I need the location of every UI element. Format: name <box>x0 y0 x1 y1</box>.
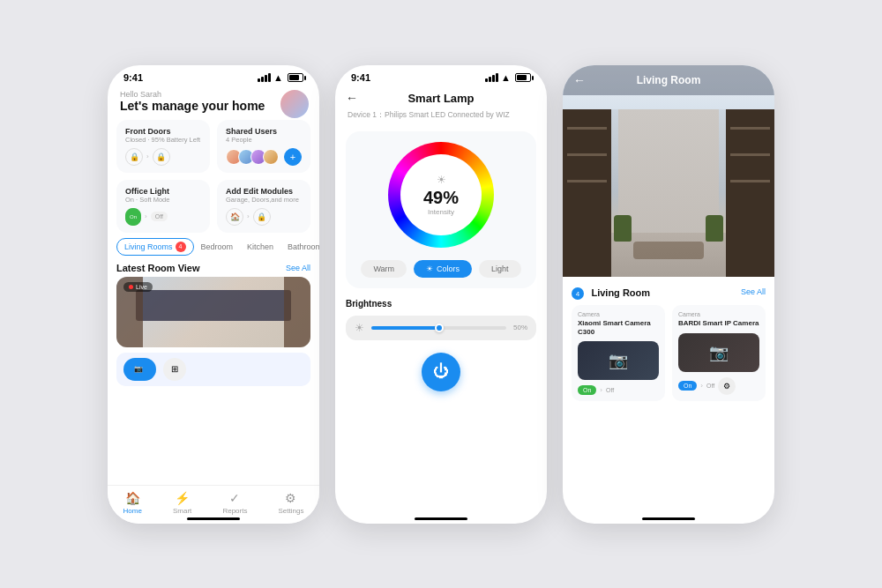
room-tabs: Living Rooms 4 Bedroom Kitchen Bathroom <box>108 233 319 259</box>
coffee-table <box>633 242 704 259</box>
power-button-wrap: ⏻ <box>335 346 547 395</box>
latest-room-title: Latest Room View <box>116 263 200 273</box>
nav-reports-label: Reports <box>222 507 247 515</box>
camera-button[interactable]: 📷 <box>123 358 156 381</box>
cam2-on-button[interactable]: On <box>678 381 697 391</box>
status-bar-2: 9:41 ▲ <box>335 65 547 86</box>
cam2-icon: 📷 <box>709 343 729 362</box>
light-controls: On › Off <box>125 208 201 226</box>
color-ring[interactable]: ☀ 49% Intensity <box>388 142 494 248</box>
right-shelf <box>726 109 774 277</box>
room-view-section: ← Living Room <box>563 65 774 277</box>
camera-card-1[interactable]: Camera Xiaomi Smart Camera C300 📷 On › O… <box>572 305 665 401</box>
color-wheel[interactable]: ☀ 49% Intensity <box>388 142 494 248</box>
living-rooms-badge: 4 <box>176 242 186 252</box>
nav-smart-label: Smart <box>173 507 191 515</box>
garage-icon[interactable]: 🏠 <box>226 208 243 226</box>
chevron-icon: › <box>146 153 149 160</box>
card-row-2: Office Light On · Soft Mode On › Off Add… <box>116 180 310 233</box>
nav-settings[interactable]: ⚙ Settings <box>279 491 304 515</box>
power-button[interactable]: ⏻ <box>422 353 460 391</box>
lock-icon[interactable]: 🔒 <box>125 148 143 166</box>
tab-kitchen[interactable]: Kitchen <box>240 240 280 254</box>
cam1-off-button[interactable]: Off <box>606 387 614 393</box>
p3-section-header: 4 Living Room See All <box>572 284 766 301</box>
camera-card-2[interactable]: Camera BARDI Smart IP Camera 📷 On › Off … <box>672 305 766 401</box>
chevron-icon-3: › <box>247 212 250 220</box>
cam2-label: Camera <box>678 311 759 317</box>
phone-smart-lamp: 9:41 ▲ ← Smart Lamp Device 1：Philips Sma… <box>335 65 547 524</box>
smart-icon: ⚡ <box>175 491 190 505</box>
add-user-button[interactable]: + <box>284 148 302 166</box>
card-sub-doors: Closed · 95% Battery Left <box>125 136 201 144</box>
brightness-percentage: 50% <box>513 324 527 331</box>
off-button[interactable]: Off <box>151 212 168 221</box>
room-preview-image[interactable]: Live <box>116 277 310 347</box>
slider-fill <box>371 326 438 330</box>
user-avatar[interactable] <box>280 90 309 118</box>
shared-avatars <box>226 149 279 165</box>
left-shelf <box>563 109 611 277</box>
nav-settings-label: Settings <box>279 507 304 515</box>
phone-living-room: ← Living Room 4 Living Room See All Came… <box>563 65 774 524</box>
slider-thumb[interactable] <box>435 324 444 332</box>
front-doors-card[interactable]: Front Doors Closed · 95% Battery Left 🔒 … <box>116 120 210 173</box>
living-room-info: 4 Living Room See All Camera Xiaomi Smar… <box>563 277 774 409</box>
card-sub-users: 4 People <box>226 136 302 144</box>
office-light-card[interactable]: Office Light On · Soft Mode On › Off <box>116 180 210 233</box>
camera-icon: 📷 <box>134 365 143 373</box>
cam1-thumbnail: 📷 <box>578 341 659 380</box>
shared-users-card[interactable]: Shared Users 4 People + <box>217 120 310 173</box>
status-icons-2: ▲ <box>485 72 531 83</box>
colors-icon: ☀ <box>426 264 433 273</box>
nav-reports[interactable]: ✓ Reports <box>222 491 247 515</box>
cam2-off-button[interactable]: Off <box>706 383 714 389</box>
colors-label: Colors <box>437 264 460 273</box>
section-badge: 4 <box>572 287 584 300</box>
cam2-settings-icon[interactable]: ⚙ <box>718 377 736 395</box>
nav-home-label: Home <box>123 507 142 515</box>
nav-home[interactable]: 🏠 Home <box>123 491 142 515</box>
lock2-icon[interactable]: 🔒 <box>153 148 170 166</box>
device-cards: Front Doors Closed · 95% Battery Left 🔒 … <box>108 120 319 233</box>
p3-back-button[interactable]: ← <box>573 73 586 87</box>
tab-bathroom[interactable]: Bathroom <box>280 240 319 254</box>
grid-icon-button[interactable]: ⊞ <box>163 358 186 381</box>
tab-warm[interactable]: Warm <box>361 260 407 278</box>
card-title-modules: Add Edit Modules <box>226 187 302 196</box>
signal-icon <box>258 73 271 82</box>
see-all-button[interactable]: See All <box>286 264 310 272</box>
home-title: Let's manage your home <box>120 99 307 113</box>
cam2-name: BARDI Smart IP Camera <box>678 319 759 328</box>
back-button[interactable]: ← <box>346 91 358 105</box>
cam2-thumbnail: 📷 <box>678 333 759 372</box>
chevron-icon-2: › <box>145 212 147 220</box>
brightness-section: Brightness ☀ 50% <box>335 294 547 346</box>
nav-smart[interactable]: ⚡ Smart <box>173 491 191 515</box>
add-edit-modules-card[interactable]: Add Edit Modules Garage, Doors,and more … <box>217 180 310 233</box>
card-sub-modules: Garage, Doors,and more <box>226 196 302 204</box>
cam2-controls: On › Off ⚙ <box>678 377 759 395</box>
room-scene <box>563 65 774 277</box>
section-title-text: Living Room <box>591 287 650 298</box>
device-label: Device 1： <box>348 110 385 119</box>
home-icon: 🏠 <box>125 491 140 505</box>
p3-see-all[interactable]: See All <box>741 287 766 296</box>
tab-bedroom[interactable]: Bedroom <box>194 240 241 254</box>
camera-cards-row: Camera Xiaomi Smart Camera C300 📷 On › O… <box>572 305 766 401</box>
doors-controls: 🔒 › 🔒 <box>125 148 201 166</box>
cam1-on-button[interactable]: On <box>578 385 596 395</box>
brightness-slider-track[interactable]: ☀ 50% <box>346 316 536 340</box>
greeting-text: Hello Sarah <box>120 90 307 99</box>
slider-bar[interactable] <box>371 326 506 330</box>
tab-living-rooms[interactable]: Living Rooms 4 <box>116 238 194 256</box>
status-icons-1: ▲ <box>258 72 303 83</box>
wifi-icon-2: ▲ <box>501 72 511 83</box>
cam1-icon: 📷 <box>609 351 628 370</box>
door-icon[interactable]: 🔒 <box>253 208 271 226</box>
tab-light[interactable]: Light <box>479 260 521 278</box>
tab-colors[interactable]: ☀ Colors <box>414 260 472 278</box>
card-title-users: Shared Users <box>226 127 302 136</box>
time-display-1: 9:41 <box>123 72 143 83</box>
on-button[interactable]: On <box>125 208 141 226</box>
